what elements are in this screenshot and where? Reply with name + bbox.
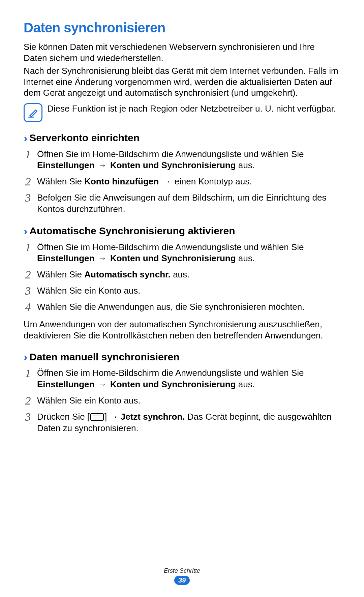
step-body: Drücken Sie [] → Jetzt synchron. Das Ger… xyxy=(37,411,340,434)
step-item: 2 Wählen Sie Konto hinzufügen → einen Ko… xyxy=(24,175,340,187)
step-body: Wählen Sie Automatisch synchr. aus. xyxy=(37,268,340,280)
step-body: Wählen Sie ein Konto aus. xyxy=(37,285,340,297)
step-item: 3 Drücken Sie [] → Jetzt synchron. Das G… xyxy=(24,411,340,434)
step-item: 2 Wählen Sie Automatisch synchr. aus. xyxy=(24,268,340,280)
page-title: Daten synchronisieren xyxy=(24,20,340,35)
step-number: 2 xyxy=(24,268,32,280)
section-2-trailing-paragraph: Um Anwendungen von der automatischen Syn… xyxy=(24,319,340,341)
step-number: 2 xyxy=(24,394,32,407)
section-heading-3: › Daten manuell synchronisieren xyxy=(24,350,340,363)
intro-paragraph-1: Sie können Daten mit verschiedenen Webse… xyxy=(24,41,340,63)
intro-paragraph-2: Nach der Synchronisierung bleibt das Ger… xyxy=(24,65,340,98)
chevron-right-icon: › xyxy=(24,225,27,238)
step-number: 1 xyxy=(24,241,32,253)
menu-button-icon xyxy=(90,413,104,421)
step-number: 3 xyxy=(24,191,32,204)
note-block: Diese Funktion ist je nach Region oder N… xyxy=(24,102,340,122)
step-body: Öffnen Sie im Home-Bildschirm die Anwend… xyxy=(37,148,340,172)
note-text: Diese Funktion ist je nach Region oder N… xyxy=(47,102,340,114)
step-number: 4 xyxy=(24,301,32,313)
step-number: 1 xyxy=(24,148,32,160)
step-number: 3 xyxy=(24,411,32,423)
step-item: 3 Wählen Sie ein Konto aus. xyxy=(24,285,340,297)
section-heading-2-text: Automatische Synchronisierung aktivieren xyxy=(29,225,235,237)
note-icon xyxy=(24,103,42,122)
manual-page: Daten synchronisieren Sie können Daten m… xyxy=(0,0,364,597)
section-heading-1-text: Serverkonto einrichten xyxy=(29,132,140,144)
step-body: Öffnen Sie im Home-Bildschirm die Anwend… xyxy=(37,367,340,390)
step-body: Öffnen Sie im Home-Bildschirm die Anwend… xyxy=(37,241,340,265)
chevron-right-icon: › xyxy=(24,131,27,145)
page-footer: Erste Schritte 39 xyxy=(0,567,364,585)
step-body: Wählen Sie die Anwendungen aus, die Sie … xyxy=(37,301,340,313)
step-number: 3 xyxy=(24,285,32,297)
step-item: 3 Befolgen Sie die Anweisungen auf dem B… xyxy=(24,191,340,215)
chevron-right-icon: › xyxy=(24,350,27,363)
step-number: 1 xyxy=(24,367,32,379)
svg-line-1 xyxy=(36,110,37,111)
step-body: Befolgen Sie die Anweisungen auf dem Bil… xyxy=(37,191,340,215)
section-heading-3-text: Daten manuell synchronisieren xyxy=(29,351,179,363)
section-heading-2: › Automatische Synchronisierung aktivier… xyxy=(24,225,340,238)
step-number: 2 xyxy=(24,175,32,187)
page-number-badge: 39 xyxy=(174,576,190,585)
step-item: 2 Wählen Sie ein Konto aus. xyxy=(24,394,340,407)
footer-chapter: Erste Schritte xyxy=(0,567,364,574)
section-heading-1: › Serverkonto einrichten xyxy=(24,131,340,145)
step-item: 1 Öffnen Sie im Home-Bildschirm die Anwe… xyxy=(24,241,340,265)
step-body: Wählen Sie ein Konto aus. xyxy=(37,394,340,407)
step-item: 4 Wählen Sie die Anwendungen aus, die Si… xyxy=(24,301,340,313)
step-item: 1 Öffnen Sie im Home-Bildschirm die Anwe… xyxy=(24,148,340,172)
step-item: 1 Öffnen Sie im Home-Bildschirm die Anwe… xyxy=(24,367,340,390)
step-body: Wählen Sie Konto hinzufügen → einen Kont… xyxy=(37,175,340,187)
